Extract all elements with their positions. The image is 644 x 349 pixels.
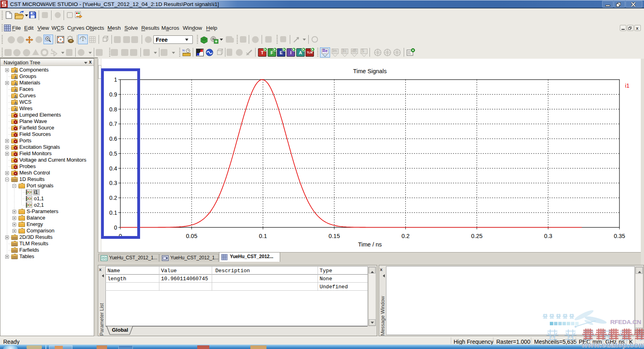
svg-text:0.05: 0.05 — [186, 233, 197, 239]
svg-text:N: N — [182, 49, 185, 52]
svg-text:0.15: 0.15 — [328, 233, 340, 239]
svg-text:i1: i1 — [625, 82, 630, 89]
svg-text:Time Signals: Time Signals — [353, 68, 386, 74]
svg-text:Parameter List: Parameter List — [99, 303, 105, 336]
svg-text:0.1: 0.1 — [259, 233, 267, 239]
svg-text:RFEDA.CN: RFEDA.CN — [610, 318, 641, 325]
svg-text:0.2: 0.2 — [402, 233, 410, 239]
svg-text:www.edatop.com: www.edatop.com — [581, 341, 644, 349]
svg-text:0.35: 0.35 — [614, 233, 625, 239]
svg-text:0.3: 0.3 — [544, 233, 552, 239]
svg-text:Time / ns: Time / ns — [358, 241, 382, 248]
svg-text:0.25: 0.25 — [471, 233, 483, 239]
svg-text:Message Window: Message Window — [380, 296, 386, 336]
